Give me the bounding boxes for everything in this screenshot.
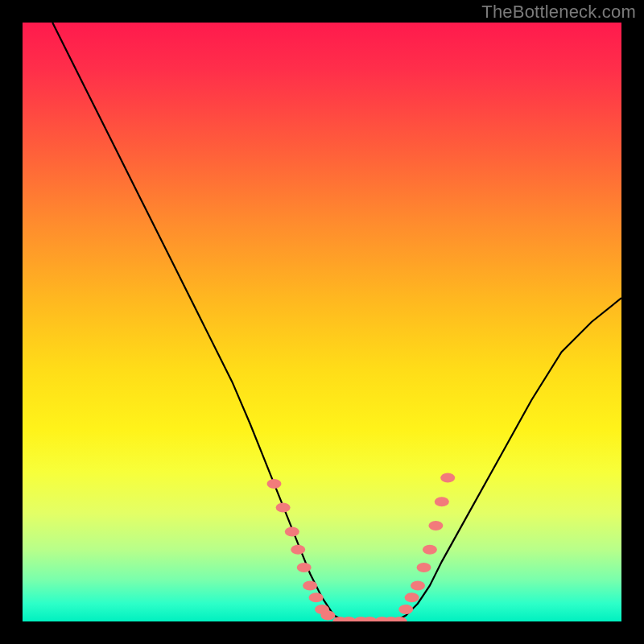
marker-dot bbox=[320, 611, 335, 621]
marker-dot bbox=[309, 592, 324, 602]
marker-dot bbox=[291, 545, 305, 555]
chart-overlay-svg bbox=[23, 23, 621, 621]
marker-dot bbox=[423, 545, 437, 555]
marker-dot bbox=[276, 503, 291, 513]
marker-dot bbox=[297, 563, 312, 572]
marker-dot bbox=[303, 580, 317, 590]
marker-dot bbox=[440, 473, 455, 482]
chart-frame: TheBottleneck.com bbox=[0, 0, 644, 644]
marker-dot bbox=[398, 605, 413, 614]
marker-dot bbox=[285, 526, 299, 536]
marker-dots-group bbox=[267, 473, 456, 621]
marker-dot bbox=[267, 479, 282, 489]
marker-dot bbox=[435, 497, 449, 506]
marker-dot bbox=[411, 580, 425, 590]
marker-dot bbox=[405, 592, 419, 602]
marker-dot bbox=[393, 617, 407, 621]
plot-area bbox=[23, 23, 621, 621]
marker-dot bbox=[428, 521, 443, 530]
watermark-text: TheBottleneck.com bbox=[481, 2, 636, 23]
marker-dot bbox=[417, 563, 431, 572]
bottleneck-curve-line bbox=[52, 23, 621, 621]
